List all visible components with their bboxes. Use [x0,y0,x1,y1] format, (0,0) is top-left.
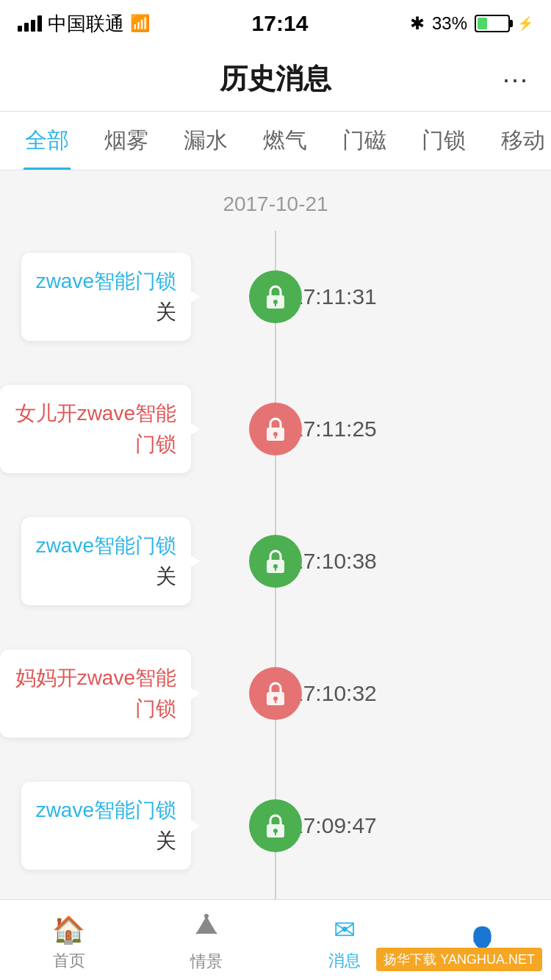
nav-home-label: 首页 [53,950,85,972]
tab-all[interactable]: 全部 [7,112,87,170]
event-message-left: zwave智能门锁 关 [0,782,235,870]
msg-device: zwave智能门锁 [36,799,176,821]
event-icon-red [249,403,302,455]
msg-user: 女儿 [15,402,57,425]
bluetooth-icon: ✱ [410,13,425,34]
nav-home[interactable]: 🏠 首页 [0,909,138,972]
wifi-icon: 📶 [130,14,150,33]
charging-icon: ⚡ [517,15,533,32]
timeline: zwave智能门锁 关 17:11:31 女儿开zwave智能门锁 [0,231,551,921]
event-message-left: 女儿开zwave智能门锁 [0,385,235,473]
msg-action: 关 [156,829,176,852]
event-icon-green [249,535,302,588]
message-card[interactable]: zwave智能门锁 关 [21,253,191,341]
message-icon: ✉ [334,915,356,945]
nav-message-label: 消息 [328,950,361,972]
msg-action: 关 [156,565,176,588]
svg-point-13 [273,829,278,833]
svg-point-15 [204,914,209,918]
event-time: 17:09:47 [291,813,377,838]
more-button[interactable]: ··· [503,64,529,95]
tab-water[interactable]: 漏水 [166,112,245,170]
timeline-item: 妈妈开zwave智能门锁 17:10:32 [0,627,551,760]
event-time: 17:11:31 [291,284,377,309]
msg-action: 开zwave智能门锁 [57,666,176,720]
carrier-text: 中国联通 [48,11,124,37]
home-icon: 🏠 [52,915,85,945]
watermark: 扬华下载 YANGHUA.NET [376,948,542,971]
timeline-item: zwave智能门锁 关 17:09:47 [0,760,551,892]
status-time: 17:14 [252,11,309,36]
svg-point-1 [273,300,278,304]
scene-icon [193,913,220,946]
tab-lock[interactable]: 门锁 [404,112,483,170]
nav-scene[interactable]: 情景 [138,907,276,973]
tab-motion[interactable]: 移动 [483,112,551,170]
tab-bar: 全部 烟雾 漏水 燃气 门磁 门锁 移动 摄 [0,112,551,170]
timeline-item: zwave智能门锁 关 17:11:31 [0,231,551,363]
tab-gas[interactable]: 燃气 [245,112,325,170]
title-bar: 历史消息 ··· [0,47,551,112]
battery-percent: 33% [432,13,467,34]
svg-point-10 [273,696,278,701]
scroll-area: 2017-10-21 zwave智能门锁 关 17:11:31 [0,170,551,980]
watermark-text: 扬华下载 YANGHUA.NET [383,952,535,967]
event-icon-red [249,667,302,720]
tab-door-sensor[interactable]: 门磁 [325,112,404,170]
timeline-item: 女儿开zwave智能门锁 17:11:25 [0,363,551,495]
signal-icon [18,15,42,32]
event-message-left: zwave智能门锁 关 [0,253,235,341]
status-right: ✱ 33% ⚡ [410,13,533,34]
status-left: 中国联通 📶 [18,11,150,37]
message-card[interactable]: 女儿开zwave智能门锁 [0,385,191,473]
svg-point-4 [273,432,278,436]
event-icon-green [249,270,302,323]
message-card[interactable]: 妈妈开zwave智能门锁 [0,649,191,738]
msg-device: zwave智能门锁 [36,534,176,557]
event-message-left: 妈妈开zwave智能门锁 [0,649,235,738]
event-time: 17:10:38 [291,549,377,574]
date-header: 2017-10-21 [0,170,551,231]
event-icon-green [249,799,302,852]
event-message-left: zwave智能门锁 关 [0,517,235,605]
svg-point-7 [273,564,278,569]
battery-icon [475,15,510,32]
nav-scene-label: 情景 [190,951,223,973]
event-time: 17:11:25 [291,417,377,442]
msg-device: zwave智能门锁 [36,270,176,292]
event-time: 17:10:32 [291,681,377,706]
message-card[interactable]: zwave智能门锁 关 [21,517,191,605]
msg-action: 开zwave智能门锁 [57,402,176,455]
status-bar: 中国联通 📶 17:14 ✱ 33% ⚡ [0,0,551,47]
msg-action: 关 [156,300,176,323]
timeline-item: zwave智能门锁 关 17:10:38 [0,495,551,627]
msg-user: 妈妈 [15,666,57,689]
message-card[interactable]: zwave智能门锁 关 [21,782,191,870]
tab-smoke[interactable]: 烟雾 [87,112,166,170]
page-title: 历史消息 [220,60,331,98]
